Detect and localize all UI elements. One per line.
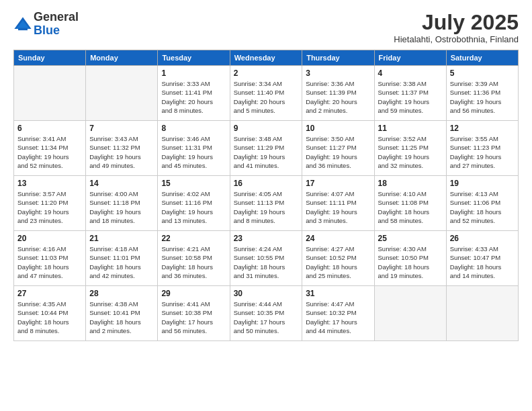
day-number: 15 [161,179,226,188]
day-info: Sunrise: 4:33 AM Sunset: 10:47 PM Daylig… [450,244,515,280]
day-number: 9 [234,124,299,133]
day-number: 24 [306,234,370,243]
col-tuesday: Tuesday [158,50,230,66]
day-number: 10 [306,124,370,133]
calendar-cell: 26Sunrise: 4:33 AM Sunset: 10:47 PM Dayl… [446,231,518,286]
day-info: Sunrise: 4:44 AM Sunset: 10:35 PM Daylig… [234,300,299,335]
col-thursday: Thursday [302,50,374,66]
calendar-cell: 27Sunrise: 4:35 AM Sunset: 10:44 PM Dayl… [14,286,86,341]
calendar-cell: 31Sunrise: 4:47 AM Sunset: 10:32 PM Dayl… [302,286,374,341]
day-info: Sunrise: 3:43 AM Sunset: 11:32 PM Daylig… [89,134,154,170]
day-number: 29 [161,289,226,298]
day-number: 1 [161,68,226,78]
header-row: Sunday Monday Tuesday Wednesday Thursday… [14,50,519,66]
day-info: Sunrise: 4:21 AM Sunset: 10:58 PM Daylig… [161,244,226,280]
day-info: Sunrise: 3:57 AM Sunset: 11:20 PM Daylig… [17,189,82,225]
calendar-cell: 11Sunrise: 3:52 AM Sunset: 11:25 PM Dayl… [374,121,446,176]
day-info: Sunrise: 3:50 AM Sunset: 11:27 PM Daylig… [306,134,370,170]
day-info: Sunrise: 4:30 AM Sunset: 10:50 PM Daylig… [378,244,443,280]
day-info: Sunrise: 3:52 AM Sunset: 11:25 PM Daylig… [378,134,443,170]
calendar-cell: 10Sunrise: 3:50 AM Sunset: 11:27 PM Dayl… [302,121,374,176]
page: General Blue July 2025 Hietalahti, Ostro… [0,0,532,348]
day-number: 19 [450,179,515,188]
day-number: 6 [17,124,82,133]
calendar-cell: 3Sunrise: 3:36 AM Sunset: 11:39 PM Dayli… [302,66,374,121]
day-info: Sunrise: 4:38 AM Sunset: 10:41 PM Daylig… [89,300,154,335]
calendar-cell: 8Sunrise: 3:46 AM Sunset: 11:31 PM Dayli… [158,121,230,176]
day-info: Sunrise: 3:48 AM Sunset: 11:29 PM Daylig… [234,134,299,170]
calendar-week-2: 6Sunrise: 3:41 AM Sunset: 11:34 PM Dayli… [14,121,519,176]
day-info: Sunrise: 3:36 AM Sunset: 11:39 PM Daylig… [306,79,370,115]
calendar-cell: 29Sunrise: 4:41 AM Sunset: 10:38 PM Dayl… [158,286,230,341]
calendar-cell [446,286,518,341]
logo: General Blue [13,11,79,38]
day-info: Sunrise: 3:39 AM Sunset: 11:36 PM Daylig… [450,79,515,115]
calendar-cell: 1Sunrise: 3:33 AM Sunset: 11:41 PM Dayli… [158,66,230,121]
day-number: 13 [17,179,82,188]
calendar-week-1: 1Sunrise: 3:33 AM Sunset: 11:41 PM Dayli… [14,66,519,121]
day-info: Sunrise: 3:41 AM Sunset: 11:34 PM Daylig… [17,134,82,170]
calendar-table: Sunday Monday Tuesday Wednesday Thursday… [13,50,519,341]
day-number: 2 [234,68,299,78]
calendar-cell: 24Sunrise: 4:27 AM Sunset: 10:52 PM Dayl… [302,231,374,286]
col-sunday: Sunday [14,50,86,66]
day-number: 27 [17,289,82,298]
day-info: Sunrise: 4:05 AM Sunset: 11:13 PM Daylig… [234,189,299,225]
calendar-body: 1Sunrise: 3:33 AM Sunset: 11:41 PM Dayli… [14,66,519,341]
day-number: 26 [450,234,515,243]
logo-text: General Blue [34,11,79,38]
day-number: 18 [378,179,443,188]
calendar-cell: 13Sunrise: 3:57 AM Sunset: 11:20 PM Dayl… [14,176,86,231]
month-title: July 2025 [394,11,519,34]
day-info: Sunrise: 3:34 AM Sunset: 11:40 PM Daylig… [234,79,299,115]
calendar-cell [14,66,86,121]
day-info: Sunrise: 4:02 AM Sunset: 11:16 PM Daylig… [161,189,226,225]
day-info: Sunrise: 4:24 AM Sunset: 10:55 PM Daylig… [234,244,299,280]
day-info: Sunrise: 3:38 AM Sunset: 11:37 PM Daylig… [378,79,443,115]
calendar-cell: 16Sunrise: 4:05 AM Sunset: 11:13 PM Dayl… [230,176,302,231]
svg-rect-2 [18,28,28,30]
day-info: Sunrise: 4:47 AM Sunset: 10:32 PM Daylig… [306,300,370,335]
calendar-cell: 17Sunrise: 4:07 AM Sunset: 11:11 PM Dayl… [302,176,374,231]
calendar-cell: 5Sunrise: 3:39 AM Sunset: 11:36 PM Dayli… [446,66,518,121]
day-number: 20 [17,234,82,243]
day-info: Sunrise: 4:07 AM Sunset: 11:11 PM Daylig… [306,189,370,225]
calendar-cell: 4Sunrise: 3:38 AM Sunset: 11:37 PM Dayli… [374,66,446,121]
calendar-cell: 21Sunrise: 4:18 AM Sunset: 11:01 PM Dayl… [86,231,158,286]
calendar-cell: 19Sunrise: 4:13 AM Sunset: 11:06 PM Dayl… [446,176,518,231]
calendar-week-5: 27Sunrise: 4:35 AM Sunset: 10:44 PM Dayl… [14,286,519,341]
logo-blue: Blue [34,24,60,37]
day-number: 3 [306,68,370,78]
day-info: Sunrise: 4:27 AM Sunset: 10:52 PM Daylig… [306,244,370,280]
calendar-header: Sunday Monday Tuesday Wednesday Thursday… [14,50,519,66]
calendar-cell: 6Sunrise: 3:41 AM Sunset: 11:34 PM Dayli… [14,121,86,176]
day-info: Sunrise: 4:35 AM Sunset: 10:44 PM Daylig… [17,300,82,335]
day-info: Sunrise: 4:00 AM Sunset: 11:18 PM Daylig… [89,189,154,225]
col-friday: Friday [374,50,446,66]
calendar-cell: 30Sunrise: 4:44 AM Sunset: 10:35 PM Dayl… [230,286,302,341]
header: General Blue July 2025 Hietalahti, Ostro… [13,11,519,44]
day-number: 11 [378,124,443,133]
day-number: 4 [378,68,443,78]
day-number: 17 [306,179,370,188]
day-info: Sunrise: 4:13 AM Sunset: 11:06 PM Daylig… [450,189,515,225]
col-wednesday: Wednesday [230,50,302,66]
calendar-cell: 15Sunrise: 4:02 AM Sunset: 11:16 PM Dayl… [158,176,230,231]
day-number: 21 [89,234,154,243]
calendar-cell: 2Sunrise: 3:34 AM Sunset: 11:40 PM Dayli… [230,66,302,121]
calendar-cell: 7Sunrise: 3:43 AM Sunset: 11:32 PM Dayli… [86,121,158,176]
col-monday: Monday [86,50,158,66]
calendar-cell: 9Sunrise: 3:48 AM Sunset: 11:29 PM Dayli… [230,121,302,176]
calendar-cell: 18Sunrise: 4:10 AM Sunset: 11:08 PM Dayl… [374,176,446,231]
day-info: Sunrise: 3:46 AM Sunset: 11:31 PM Daylig… [161,134,226,170]
day-number: 5 [450,68,515,78]
logo-general: General [34,10,79,24]
logo-icon [13,15,32,34]
day-info: Sunrise: 4:16 AM Sunset: 11:03 PM Daylig… [17,244,82,280]
day-info: Sunrise: 4:10 AM Sunset: 11:08 PM Daylig… [378,189,443,225]
day-number: 25 [378,234,443,243]
day-number: 31 [306,289,370,298]
day-info: Sunrise: 3:33 AM Sunset: 11:41 PM Daylig… [161,79,226,115]
calendar-cell: 22Sunrise: 4:21 AM Sunset: 10:58 PM Dayl… [158,231,230,286]
calendar-cell [374,286,446,341]
